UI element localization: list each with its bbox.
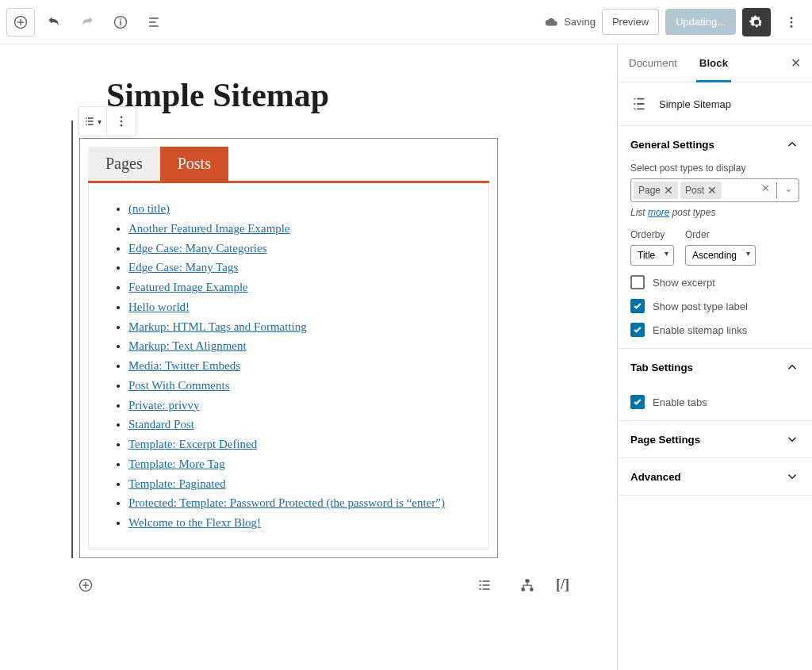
sitemap-link[interactable]: Template: Excerpt Defined <box>128 438 257 450</box>
panel-toggle-tabsettings[interactable]: Tab Settings <box>618 349 812 385</box>
panel-tab-settings: Tab Settings Enable tabs <box>618 349 812 421</box>
svg-rect-11 <box>530 588 533 591</box>
sitemap-link[interactable]: Post With Comments <box>128 379 229 392</box>
block-more-button[interactable] <box>107 107 136 136</box>
plus-circle-icon <box>78 577 94 593</box>
list-item: Standard Post <box>128 415 473 435</box>
sitemap-link[interactable]: Private: privvy <box>128 399 200 412</box>
show-excerpt-label: Show excerpt <box>653 277 715 289</box>
post-title[interactable]: Simple Sitemap <box>106 76 569 114</box>
svg-point-3 <box>791 21 793 23</box>
sitemap-link[interactable]: Standard Post <box>128 418 194 431</box>
block-type-button[interactable]: ▾ <box>79 107 107 136</box>
panel-page-settings: Page Settings <box>618 421 812 458</box>
svg-point-2 <box>791 17 793 19</box>
sitemap-link[interactable]: Edge Case: Many Categories <box>128 242 267 255</box>
svg-rect-10 <box>522 588 525 591</box>
order-label: Order <box>685 229 756 240</box>
list-item: Media: Twitter Embeds <box>128 356 473 376</box>
editor-main: Simple Sitemap ▾ Pages Posts (no title)A… <box>0 44 812 670</box>
svg-point-5 <box>121 116 123 118</box>
content-info-button[interactable] <box>106 8 135 36</box>
list-item: Post With Comments <box>128 376 473 396</box>
content-structure-button[interactable] <box>470 571 499 599</box>
sitemap-link[interactable]: Markup: HTML Tags and Formatting <box>128 320 307 333</box>
block-card-title: Simple Sitemap <box>659 98 731 110</box>
sitemap-link[interactable]: Markup: Text Alignment <box>128 339 247 352</box>
order-select[interactable]: Ascending <box>685 245 756 266</box>
remove-token-page[interactable]: ✕ <box>664 185 673 196</box>
sitemap-tabpanel: (no title)Another Featured Image Example… <box>88 183 489 549</box>
list-item: Hello world! <box>128 297 473 317</box>
svg-point-4 <box>791 25 793 27</box>
svg-rect-9 <box>526 579 530 582</box>
redo-icon <box>79 14 95 30</box>
settings-toggle-button[interactable] <box>742 8 771 36</box>
sitemap-link[interactable]: Template: Paginated <box>128 477 226 490</box>
list-item: Template: Excerpt Defined <box>128 435 473 454</box>
undo-button[interactable] <box>40 8 68 36</box>
chevron-up-icon <box>785 360 799 374</box>
hierarchy-icon <box>519 577 535 593</box>
settings-sidebar: Document Block ✕ Simple Sitemap General … <box>617 44 812 670</box>
token-page: Page✕ <box>634 182 678 199</box>
tab-document[interactable]: Document <box>618 44 688 82</box>
selected-block-wrapper: ▾ Pages Posts (no title)Another Featured… <box>71 121 569 558</box>
sitemap-link[interactable]: (no title) <box>128 202 170 215</box>
add-block-button[interactable] <box>6 8 35 36</box>
remove-token-post[interactable]: ✕ <box>707 185 717 196</box>
post-types-selector[interactable]: Page✕ Post✕ ✕ ⌄ <box>630 178 799 202</box>
sitemap-link[interactable]: Another Featured Image Example <box>128 222 290 235</box>
panel-toggle-page-settings[interactable]: Page Settings <box>618 421 812 458</box>
simple-sitemap-block[interactable]: Pages Posts (no title)Another Featured I… <box>79 138 498 558</box>
sitemap-link[interactable]: Featured Image Example <box>128 281 248 293</box>
more-menu-button[interactable] <box>777 8 806 36</box>
redo-button[interactable] <box>73 8 102 36</box>
sitemap-link[interactable]: Edge Case: Many Tags <box>128 261 238 274</box>
add-block-footer-button[interactable] <box>71 571 100 599</box>
publish-button[interactable]: Updating... <box>665 9 736 35</box>
sitemap-block-icon <box>630 95 648 113</box>
list-item: Markup: Text Alignment <box>128 336 473 356</box>
info-icon <box>113 14 128 30</box>
clear-tokens-button[interactable]: ✕ <box>757 182 773 198</box>
sitemap-tabs: Pages Posts <box>88 147 489 183</box>
list-item: Another Featured Image Example <box>128 219 473 239</box>
block-toolbar: ▾ <box>78 106 136 136</box>
sitemap-link[interactable]: Template: More Tag <box>128 458 225 470</box>
panel-toggle-advanced[interactable]: Advanced <box>618 458 812 495</box>
select-post-types-label: Select post types to display <box>630 163 799 174</box>
svg-point-6 <box>121 121 123 123</box>
sitemap-link[interactable]: Protected: Template: Password Protected … <box>128 496 445 509</box>
chevron-down-icon <box>785 432 799 446</box>
list-item: Private: privvy <box>128 396 473 415</box>
block-nav-footer-button[interactable] <box>513 571 542 599</box>
checkbox-enable-links[interactable] <box>630 323 645 337</box>
sitemap-link[interactable]: Welcome to the Flexr Blog! <box>128 516 261 529</box>
toolbar-left <box>6 8 168 36</box>
orderby-select[interactable]: Title <box>630 245 674 266</box>
block-card: Simple Sitemap <box>618 82 812 126</box>
list-item: Template: More Tag <box>128 454 473 474</box>
token-dropdown-button[interactable]: ⌄ <box>780 182 796 198</box>
checkbox-enable-tabs[interactable] <box>630 395 645 409</box>
checkbox-show-excerpt[interactable] <box>630 275 645 289</box>
sitemap-link[interactable]: Media: Twitter Embeds <box>128 359 240 372</box>
tab-block-settings[interactable]: Block <box>688 44 739 82</box>
tab-posts[interactable]: Posts <box>160 147 228 181</box>
preview-button[interactable]: Preview <box>602 9 659 35</box>
list-item: (no title) <box>128 199 473 219</box>
list-item: Edge Case: Many Categories <box>128 239 473 258</box>
more-post-types-link[interactable]: more <box>648 207 669 218</box>
token-post: Post✕ <box>680 182 722 199</box>
plus-circle-icon <box>13 14 29 30</box>
checkbox-show-post-type-label[interactable] <box>630 299 645 313</box>
block-navigation-button[interactable] <box>140 8 168 36</box>
chevron-up-icon <box>785 137 799 151</box>
post-types-help: List more post types <box>630 207 799 218</box>
tab-pages[interactable]: Pages <box>88 147 160 181</box>
close-sidebar-button[interactable]: ✕ <box>779 49 812 77</box>
shortcode-indicator: [/] <box>556 576 569 593</box>
sitemap-link[interactable]: Hello world! <box>128 301 190 313</box>
panel-toggle-general[interactable]: General Settings <box>618 126 812 163</box>
